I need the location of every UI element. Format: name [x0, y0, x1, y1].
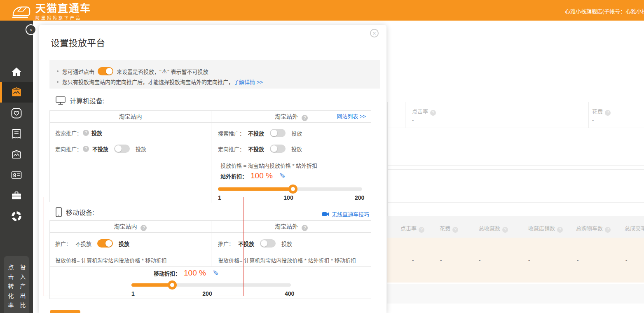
dialog-title: 设置投放平台 — [51, 35, 105, 49]
computer-inside-header: 淘宝站内 — [50, 111, 211, 122]
state-off-label: 不投放 — [92, 145, 108, 153]
app-subtitle: 阿里妈妈旗下产品 — [35, 14, 91, 21]
computer-table: 淘宝站内 淘宝站外 ? 网站列表 >> 搜索推广： ? 投放 定向推广： ? 不… — [49, 110, 371, 202]
state-on-label: 投放 — [119, 240, 129, 248]
help-icon[interactable]: ? — [83, 146, 89, 152]
metric-roi-label: 投入产出比 — [19, 264, 27, 313]
sidebar-item-toolbox[interactable] — [0, 185, 33, 206]
sidebar: 点击转化率 投入产出比 — [0, 21, 33, 313]
bg-divider — [387, 102, 388, 216]
bg-divider — [387, 169, 644, 170]
help-icon[interactable]: ? — [502, 227, 508, 233]
sidebar-item-campaign[interactable] — [0, 82, 33, 103]
row-label: 搜索推广： — [55, 129, 82, 137]
bg-stat-cost: 花费? — [592, 107, 611, 116]
campaign-icon — [11, 87, 22, 97]
help-icon[interactable]: ? — [302, 115, 308, 121]
bg-cell: - — [528, 257, 530, 263]
sidebar-item-home[interactable] — [0, 61, 33, 82]
state-on-label: 投放 — [136, 145, 146, 153]
bg-col-ctr: 点击率? — [400, 224, 424, 233]
mobile-outside-promo-toggle[interactable] — [260, 239, 276, 248]
help-icon[interactable]: ? — [430, 110, 436, 116]
toggle-knob — [271, 130, 277, 136]
id-card-icon — [11, 171, 22, 180]
state-on-label: 投放 — [91, 129, 102, 137]
website-list-link[interactable]: 网站列表 >> — [337, 111, 366, 122]
warning-icon: ⚠ — [162, 68, 167, 75]
help-icon[interactable]: ? — [419, 227, 424, 233]
bg-col-shop-favorites: 收藏店铺数? — [528, 224, 563, 233]
close-icon[interactable]: × — [370, 29, 379, 37]
toggle-knob — [115, 145, 122, 152]
monitor-icon — [56, 96, 66, 105]
edit-icon[interactable]: ✐ — [213, 269, 218, 278]
help-icon[interactable]: ? — [452, 227, 458, 233]
discount-label: 站外折扣： — [220, 172, 247, 180]
bg-col-favorites: 总收藏数? — [479, 224, 508, 233]
bg-cell: - — [412, 257, 414, 263]
computer-inside-targeted-row: 定向推广： ? 不投放 投放 — [55, 145, 146, 153]
learn-more-link[interactable]: 了解详情 >> — [234, 78, 263, 86]
tips-link-label: 无线直通车技巧 — [332, 210, 369, 218]
sidebar-expand-button[interactable]: › — [26, 24, 36, 35]
train-logo-icon — [12, 5, 30, 19]
slider-thumb[interactable] — [288, 185, 297, 194]
slider-fill — [218, 187, 293, 191]
computer-inside-targeted-toggle[interactable] — [114, 145, 130, 153]
computer-outside-targeted-toggle[interactable] — [270, 145, 286, 153]
help-icon[interactable]: ? — [605, 110, 611, 116]
sidebar-metrics-panel[interactable]: 点击转化率 投入产出比 — [4, 256, 29, 313]
sidebar-item-inspect[interactable] — [0, 206, 33, 227]
video-camera-icon — [322, 212, 329, 217]
bg-divider — [387, 102, 644, 102]
state-off-label: 不投放 — [248, 145, 264, 153]
discount-value: 100 % — [184, 269, 206, 278]
toggle-knob — [271, 145, 277, 152]
mobile-section-header: 移动设备: — [56, 207, 94, 217]
slider-tick-min: 1 — [131, 290, 135, 297]
bg-stat-ctr-value: - — [412, 117, 414, 124]
bg-col-cost: 花费? — [440, 224, 458, 233]
bg-table-data-row[interactable] — [387, 238, 644, 283]
computer-outside-targeted-row: 定向推广： 不投放 投放 — [218, 145, 302, 153]
bg-stat-cost-value: - — [592, 117, 594, 124]
picture-icon — [11, 150, 22, 159]
save-button[interactable] — [50, 310, 80, 313]
slider-tick-max: 400 — [285, 290, 294, 297]
bg-divider — [387, 128, 644, 128]
bg-divider — [387, 202, 644, 203]
mobile-outside-header: 淘宝站外 ? — [211, 221, 372, 232]
briefcase-icon — [11, 191, 22, 201]
help-icon[interactable]: ? — [83, 130, 89, 136]
slider-tick-mid: 200 — [202, 290, 212, 297]
mobile-inside-formula: 投放价格= 计算机淘宝站内投放价格 * 移动折扣 — [55, 256, 167, 264]
mobile-discount-slider[interactable] — [131, 283, 291, 287]
sidebar-item-report[interactable] — [0, 124, 33, 144]
help-icon[interactable]: ? — [141, 225, 147, 231]
state-on-label: 投放 — [291, 129, 302, 137]
slider-thumb[interactable] — [168, 280, 177, 290]
help-icon[interactable]: ? — [302, 225, 308, 231]
wireless-tips-link[interactable]: 无线直通车技巧 — [322, 210, 369, 218]
mobile-inside-promo-toggle[interactable] — [97, 239, 113, 248]
discount-value: 100 % — [251, 171, 273, 180]
edit-icon[interactable]: ✐ — [279, 172, 285, 180]
slider-tick-mid: 100 — [283, 194, 293, 201]
sidebar-item-account[interactable] — [0, 165, 33, 185]
computer-inside-search-row: 搜索推广： ? 投放 — [55, 129, 102, 137]
account-name[interactable]: 心雅小栈旗舰店(子帐号：心雅小栈 — [565, 7, 644, 15]
row-label: 搜索推广： — [218, 129, 245, 137]
sidebar-item-creative[interactable] — [0, 144, 33, 165]
row-label: 定向推广： — [218, 145, 245, 153]
toggle-knob — [106, 68, 112, 75]
logo[interactable]: 天猫直通车 阿里妈妈旗下产品 — [12, 3, 91, 21]
note-text: 来设置是否投放，" — [117, 68, 162, 75]
mobile-outside-promo-row: 推广： 不投放 投放 — [218, 239, 292, 248]
outside-discount-slider[interactable] — [218, 187, 362, 191]
computer-outside-search-toggle[interactable] — [270, 129, 286, 137]
help-icon[interactable]: ? — [605, 227, 611, 233]
sidebar-item-favorites[interactable] — [0, 103, 33, 124]
outside-discount-row: 站外折扣： 100 % ✐ — [220, 171, 285, 180]
help-icon[interactable]: ? — [557, 227, 563, 233]
